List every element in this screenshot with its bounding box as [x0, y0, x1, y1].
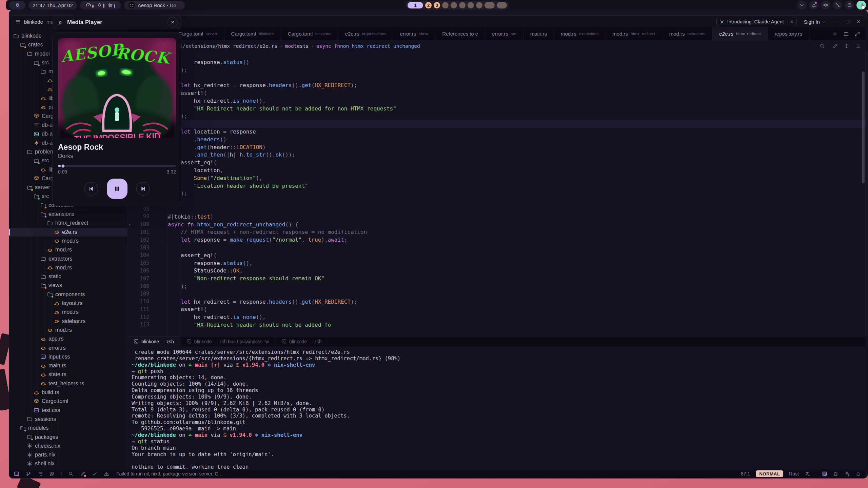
tree-item[interactable]: cssinput.css: [9, 352, 127, 361]
editor-tab[interactable]: Cargo.tomlsessions: [281, 27, 338, 40]
split-editor-button[interactable]: [843, 31, 849, 37]
editor-tab[interactable]: mod.rsextractors: [663, 27, 713, 40]
outline-panel-toggle[interactable]: [38, 471, 43, 476]
debug-button[interactable]: [833, 471, 839, 476]
workspace-dot[interactable]: [442, 2, 449, 8]
launcher-button[interactable]: [9, 1, 25, 9]
tree-item[interactable]: app.rs: [9, 334, 127, 343]
project-panel-toggle[interactable]: [14, 471, 19, 476]
clipboard-button[interactable]: [845, 1, 854, 9]
promo-close-button[interactable]: ×: [787, 19, 793, 24]
next-track-button[interactable]: [136, 182, 150, 196]
workspace-2[interactable]: 2: [425, 2, 432, 8]
terminal-tab[interactable]: blinkode — zsh: [275, 337, 328, 346]
assistant-button[interactable]: [80, 471, 85, 476]
minimize-button[interactable]: —: [833, 19, 839, 25]
editor-tab[interactable]: Cargo.tomlblinkode: [224, 27, 281, 40]
editor-tab[interactable]: repository.rs: [768, 27, 809, 40]
tree-item[interactable]: test_helpers.rs: [9, 379, 127, 388]
tree-item[interactable]: extensions: [9, 210, 127, 219]
editor-tab[interactable]: error.rsshow: [393, 27, 436, 40]
editor-tab[interactable]: mod.rshtmx_redirect: [606, 27, 663, 40]
terminal-tab[interactable]: blinkode — zsh: [127, 337, 180, 346]
search-button[interactable]: [68, 471, 74, 476]
buffer-search-icon[interactable]: [820, 43, 825, 49]
tree-item[interactable]: checks.nix: [9, 442, 127, 450]
notifications-button[interactable]: [809, 1, 818, 9]
fold-code-icon[interactable]: [855, 43, 861, 49]
workspace-dot[interactable]: [451, 2, 457, 8]
editor-tab[interactable]: error.rssrc: [485, 27, 524, 40]
tree-item[interactable]: e2e.rs: [9, 228, 127, 237]
workspace-3[interactable]: 3: [434, 2, 440, 8]
fold-marker-icon[interactable]: ▸: [129, 222, 131, 227]
editor-tab[interactable]: e2e.rshtmx_redirect: [712, 27, 768, 40]
tree-item[interactable]: extractors: [9, 254, 127, 263]
tree-item[interactable]: error.rs: [9, 343, 127, 352]
tree-item[interactable]: shell.nix: [9, 459, 127, 468]
media-player-close-button[interactable]: ×: [167, 17, 178, 27]
record-button[interactable]: [856, 1, 866, 9]
collab-panel-toggle[interactable]: [50, 471, 55, 476]
tree-item[interactable]: layout.rs: [9, 299, 127, 308]
tree-item[interactable]: packages: [9, 432, 127, 441]
tree-item[interactable]: Cargo.toml: [9, 397, 127, 406]
workspace-dot[interactable]: [459, 2, 466, 8]
tree-item[interactable]: mod.rs: [9, 237, 127, 245]
seek-bar[interactable]: [58, 165, 176, 167]
workspace-active[interactable]: 1: [408, 2, 423, 8]
diagnostics-ok-icon[interactable]: [92, 471, 97, 476]
tree-item[interactable]: build.rs: [9, 388, 127, 397]
volume-button[interactable]: [821, 1, 830, 9]
workspace-dot[interactable]: [497, 2, 507, 8]
editor-tab[interactable]: main.rs: [524, 27, 554, 40]
terminal-toggle[interactable]: [822, 471, 827, 476]
workspace-dot[interactable]: [485, 2, 495, 8]
terminal-tab[interactable]: blinkode — zsh build-tailwindcss -w: [180, 337, 275, 346]
tree-item[interactable]: sessions: [9, 415, 127, 424]
previous-track-button[interactable]: [84, 182, 98, 196]
clock[interactable]: 21:47 Thu, Apr 02: [28, 1, 77, 9]
sparkle-icon[interactable]: [844, 471, 850, 476]
media-player-titlebar[interactable]: ♬ Media Player ×: [53, 16, 181, 29]
workspace-dot[interactable]: [476, 2, 482, 8]
editor-tab[interactable]: References to e: [435, 27, 485, 40]
cursor-position[interactable]: 87:1: [741, 471, 750, 476]
status-message[interactable]: Failed to run nil, nixd, package-version…: [116, 471, 223, 476]
workspace-dot[interactable]: [468, 2, 474, 8]
tree-item[interactable]: sidebar.rs: [9, 317, 127, 326]
code-editor[interactable]: 79 response.status()80 );8182 let hx_red…: [127, 52, 866, 336]
tree-item[interactable]: mod.rs: [9, 308, 127, 317]
tools-off-button[interactable]: [833, 1, 842, 9]
tree-item[interactable]: views: [9, 281, 127, 290]
tree-item[interactable]: static: [9, 272, 127, 281]
tree-item[interactable]: state.rs: [9, 370, 127, 379]
tree-item[interactable]: modules: [9, 424, 127, 432]
tree-item[interactable]: csstest.css: [9, 406, 127, 414]
editor-tab[interactable]: mod.rsextensions: [554, 27, 606, 40]
tree-item[interactable]: mod.rs: [9, 245, 127, 254]
sign-in-button[interactable]: Sign In: [804, 19, 826, 25]
tree-item[interactable]: parts.nix: [9, 450, 127, 459]
project-name[interactable]: blinkode: [24, 19, 43, 25]
new-tab-button[interactable]: [832, 31, 838, 37]
expand-editor-button[interactable]: [854, 31, 860, 37]
breadcrumb[interactable]: crates/server/src/extensions/htmx_redire…: [127, 40, 866, 52]
editor-scrollbar[interactable]: [862, 72, 865, 183]
zed-ai-icon[interactable]: [805, 471, 810, 476]
system-monitor-pill[interactable]: [80, 1, 121, 9]
language-selector[interactable]: Rust: [789, 471, 799, 476]
git-branch-icon[interactable]: [26, 471, 31, 476]
editor-tab[interactable]: e2e.rsorganizations: [338, 27, 393, 40]
tree-item[interactable]: mod.rs: [9, 263, 127, 272]
now-playing-pill[interactable]: Aesop Rock - Do: [124, 1, 185, 9]
chevron-down-icon[interactable]: [797, 1, 807, 9]
tree-item[interactable]: mod.rs: [9, 326, 127, 334]
cursor-style-icon[interactable]: I: [845, 43, 848, 49]
claude-promo-pill[interactable]: Introducing: Claude Agent ×: [716, 18, 796, 26]
tree-item[interactable]: components: [9, 290, 127, 299]
bell-icon[interactable]: [855, 471, 861, 476]
seek-thumb[interactable]: [60, 163, 65, 168]
tree-item[interactable]: htmx_redirect: [9, 219, 127, 227]
pause-button[interactable]: [107, 179, 127, 199]
